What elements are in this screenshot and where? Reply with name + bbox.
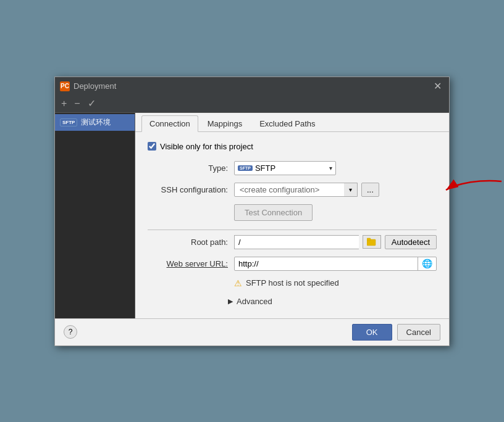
test-connection-row: Test Connection <box>148 204 437 221</box>
web-server-url-controls: 🌐 <box>234 257 437 271</box>
window-title: Deployment <box>74 81 116 91</box>
warning-row: ⚠ SFTP host is not specified <box>234 278 437 288</box>
config-select[interactable]: <create configuration> <box>234 183 358 197</box>
apply-button[interactable]: ✓ <box>85 98 98 109</box>
visible-only-row: Visible only for this project <box>148 142 437 151</box>
type-row: Type: SFTP SFTP ▾ <box>148 161 437 175</box>
remove-button[interactable]: − <box>72 98 82 109</box>
sidebar: SFTP 测试环境 <box>55 113 135 318</box>
bottom-buttons: OK Cancel <box>352 324 440 341</box>
browse-folder-button[interactable] <box>363 235 381 249</box>
divider <box>148 230 437 230</box>
ssh-config-label: SSH configuration: <box>148 185 234 194</box>
cancel-button[interactable]: Cancel <box>397 324 440 341</box>
sidebar-item-label: 测试环境 <box>81 117 111 128</box>
main-area: SFTP 测试环境 Connection Mappings Excluded P… <box>55 113 449 318</box>
expand-triangle-icon: ▶ <box>228 297 233 305</box>
svg-rect-2 <box>367 238 371 241</box>
form-area: Visible only for this project Type: SFTP… <box>135 132 449 318</box>
sftp-badge: SFTP <box>60 118 77 126</box>
advanced-label: Advanced <box>237 297 272 306</box>
root-path-controls: Autodetect <box>234 235 437 249</box>
sidebar-item-env[interactable]: SFTP 测试环境 <box>55 114 135 131</box>
root-path-input[interactable] <box>234 235 359 249</box>
web-server-url-row: Web server URL: 🌐 <box>148 257 437 271</box>
visible-only-checkbox[interactable] <box>148 142 156 151</box>
title-bar: PC Deployment ✕ <box>55 77 449 96</box>
web-server-url-label: Web server URL: <box>148 259 234 268</box>
close-button[interactable]: ✕ <box>431 80 444 93</box>
ok-button[interactable]: OK <box>352 324 392 341</box>
config-dropdown-arrow[interactable]: ▾ <box>344 183 358 197</box>
advanced-row[interactable]: ▶ Advanced <box>228 294 437 308</box>
root-path-row: Root path: Autodetect <box>148 235 437 249</box>
help-button[interactable]: ? <box>64 325 77 339</box>
annotation-arrow <box>443 176 504 201</box>
ssh-config-row: SSH configuration: <create configuration… <box>148 183 437 197</box>
type-select-wrapper[interactable]: SFTP SFTP ▾ <box>234 161 336 175</box>
config-select-wrapper: <create configuration> ▾ <box>234 183 358 197</box>
type-label: Type: <box>148 163 234 173</box>
content-area: Connection Mappings Excluded Paths Visib… <box>135 113 449 318</box>
type-dropdown-arrow[interactable]: ▾ <box>326 165 335 172</box>
globe-icon: 🌐 <box>418 257 436 270</box>
type-value: SFTP <box>253 162 326 175</box>
tab-mappings[interactable]: Mappings <box>200 115 250 131</box>
url-input-wrap: 🌐 <box>234 257 437 271</box>
ellipsis-button[interactable]: ... <box>361 183 379 197</box>
warning-icon: ⚠ <box>234 278 242 288</box>
warning-text: SFTP host is not specified <box>246 278 339 288</box>
sftp-type-icon: SFTP <box>238 165 253 171</box>
toolbar: + − ✓ <box>55 96 449 113</box>
app-icon: PC <box>60 81 70 91</box>
test-connection-button[interactable]: Test Connection <box>234 204 313 221</box>
tab-connection[interactable]: Connection <box>141 115 198 132</box>
add-button[interactable]: + <box>59 98 69 109</box>
autodetect-button[interactable]: Autodetect <box>385 235 437 249</box>
tab-excluded-paths[interactable]: Excluded Paths <box>251 115 323 131</box>
tabs: Connection Mappings Excluded Paths <box>135 113 449 132</box>
bottom-bar: ? OK Cancel <box>55 318 449 345</box>
folder-icon <box>367 238 377 246</box>
root-path-label: Root path: <box>148 238 234 247</box>
ssh-config-controls: <create configuration> ▾ ... <box>234 183 437 197</box>
url-input[interactable] <box>235 257 418 270</box>
visible-only-label: Visible only for this project <box>160 142 253 151</box>
type-controls: SFTP SFTP ▾ <box>234 161 437 175</box>
